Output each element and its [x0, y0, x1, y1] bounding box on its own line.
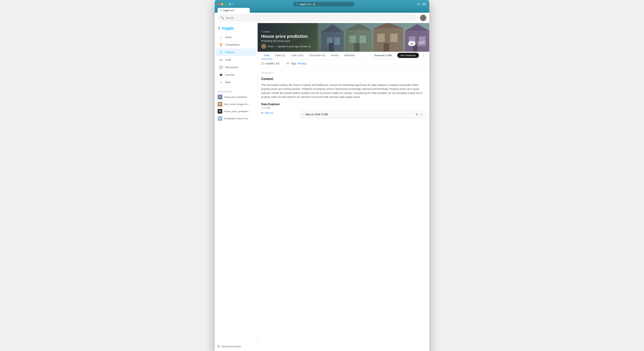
sidebar-item-code[interactable]: ◁▷ Code — [216, 56, 256, 64]
hamburger-icon[interactable]: ☰ — [218, 26, 220, 30]
more-options-button[interactable]: ⋮ — [421, 53, 426, 58]
tabs-bar: Data Tasks (1) Code (141) Discussion (5) — [258, 52, 429, 59]
recent-thumb-m: M — [218, 109, 222, 114]
usability-label: Usability — [265, 62, 274, 65]
file-list: ⊞ data.csv — [261, 111, 297, 118]
recent-item-skin-lesion-label: Skin Lesion Images for ... — [224, 103, 250, 106]
search-bar: 🔍 👤 — [215, 13, 429, 23]
minimize-button[interactable] — [221, 3, 223, 5]
view-events-label: View Active Events — [221, 345, 241, 348]
address-bar[interactable]: K kaggle.com 🔒 — [293, 2, 354, 7]
file-name: data.csv — [265, 111, 273, 114]
file-icon: ⊞ — [261, 111, 263, 114]
context-text: The real estate markets, like those in S… — [261, 83, 426, 99]
tabs-right: Download (3 MB) New Notebook ⋮ — [371, 53, 426, 58]
context-title: Context — [261, 77, 426, 81]
view-events-item[interactable]: ⧉ View Active Events — [215, 343, 258, 350]
avatar[interactable]: 👤 — [420, 15, 426, 21]
traffic-lights — [218, 3, 227, 5]
file-item-csv[interactable]: ⊞ data.csv — [261, 111, 297, 115]
sidebar-bottom: ⧉ View Active Events — [215, 341, 258, 351]
tab-discussion[interactable]: Discussion (5) — [306, 52, 328, 59]
data-explorer-size: 2.77 MB — [261, 107, 426, 109]
dataset-subtitle: Predicting the house price — [261, 40, 310, 42]
trophy-icon: 🏆 — [219, 43, 223, 47]
tags-label: Tags — [291, 62, 296, 65]
back-icon[interactable]: ‹ — [303, 113, 304, 116]
sidebar-item-more[interactable]: ‹› More — [216, 79, 256, 86]
datasets-icon: ⊞ — [219, 50, 223, 54]
file-preview-header: ‹ data.csv (526.79 kB) ⬇ ⤢ — [300, 111, 426, 118]
sidebar-item-datasets-label: Datasets — [225, 51, 235, 54]
author-avatar — [261, 44, 266, 49]
description-placeholder: Description — [261, 71, 426, 74]
new-notebook-button[interactable]: New Notebook — [397, 53, 419, 58]
browser-actions: ↑ ⊕ ••• — [414, 2, 426, 6]
recently-viewed-label: Recently Viewed — [215, 89, 258, 93]
home-icon: ⌂ — [219, 35, 223, 39]
dataset-type-label: ⊙ Dataset — [261, 31, 310, 33]
download-button[interactable]: Download (3 MB) — [371, 53, 395, 58]
courses-icon: 🎓 — [219, 73, 223, 77]
kaggle-favicon: K — [296, 3, 298, 6]
sidebar-item-competitions-label: Competitions — [225, 43, 240, 46]
vote-button[interactable]: ▲ — [408, 41, 416, 46]
recent-item-house-price-2[interactable]: M House_price_prediction — [215, 108, 258, 115]
chevron-icon: ‹› — [219, 80, 223, 84]
dataset-title: House price prediction — [261, 34, 310, 39]
upvote-icon: ▲ — [411, 42, 413, 45]
tab-favicon: K — [220, 9, 222, 12]
sidebar-item-competitions[interactable]: 🏆 Competitions — [216, 41, 256, 49]
lock-icon: 🔒 — [313, 3, 316, 6]
recent-item-house-price[interactable]: 🏠 House price prediction — [215, 93, 258, 101]
search-input[interactable] — [226, 17, 415, 19]
kaggle-logo: kaggle — [222, 26, 234, 31]
sidebar-item-home[interactable]: ⌂ Home — [216, 34, 256, 41]
tag-icon: 🏷 — [286, 62, 289, 65]
tab-metadata[interactable]: Metadata — [342, 52, 358, 59]
recent-thumb-house: 🏠 — [218, 95, 222, 99]
file-preview-name: ‹ data.csv (526.79 kB) — [303, 113, 328, 116]
search-icon: 🔍 — [221, 16, 224, 20]
tab-activity[interactable]: Activity — [328, 52, 342, 59]
tag-value[interactable]: housing — [298, 62, 306, 65]
chevron-down-icon[interactable]: ▾ — [232, 3, 233, 5]
main-content: ⊙ Dataset House price prediction Predict… — [258, 23, 429, 351]
discussions-icon: 💬 — [219, 65, 223, 69]
browser-menu-icon[interactable]: ••• — [422, 3, 426, 6]
sidebar-item-courses[interactable]: 🎓 Courses — [216, 71, 256, 79]
add-tab-icon[interactable]: ⊕ — [417, 2, 420, 6]
banner-text: ⊙ Dataset House price prediction Predict… — [261, 31, 310, 49]
tab-code[interactable]: Code (141) — [288, 52, 306, 59]
sidebar-toggle-icon[interactable]: ⊞ — [229, 3, 231, 6]
sidebar: ☰ kaggle ⌂ Home 🏆 Competitions ⊞ Dataset… — [215, 23, 258, 351]
active-tab[interactable]: K kaggle.com — [218, 8, 250, 13]
share-icon[interactable]: ↑ — [414, 3, 415, 6]
tags-item: 🏷 Tags housing — [286, 62, 306, 65]
url-text: kaggle.com — [299, 3, 311, 6]
sidebar-item-courses-label: Courses — [225, 73, 234, 76]
usability-value: 6.5 — [276, 62, 279, 65]
maximize-button[interactable] — [224, 3, 227, 5]
vote-count: 277 — [417, 41, 426, 46]
recent-item-skin-lesion[interactable]: 🖼 Skin Lesion Images for ... — [215, 101, 258, 108]
recent-item-amsterdam-label: Amsterdam House Pric... — [224, 117, 250, 120]
recent-item-amsterdam[interactable]: 🏘 Amsterdam House Pric... — [215, 115, 258, 122]
data-explorer-title: Data Explorer — [261, 103, 280, 106]
data-explorer-header: Data Explorer — [261, 103, 426, 106]
tab-tasks[interactable]: Tasks (1) — [272, 52, 288, 59]
sidebar-item-home-label: Home — [225, 36, 232, 39]
recent-item-house-price-2-label: House_price_prediction — [224, 110, 248, 113]
tab-data[interactable]: Data — [261, 52, 272, 59]
close-button[interactable] — [218, 3, 220, 5]
sidebar-item-datasets[interactable]: ⊞ Datasets — [216, 49, 256, 56]
tab-title: kaggle.com — [223, 9, 234, 12]
expand-icon[interactable]: ⤢ — [420, 113, 423, 116]
browser-controls: ⊞ ▾ — [229, 3, 233, 6]
sidebar-item-more-label: More — [225, 81, 231, 84]
sidebar-item-discussions[interactable]: 💬 Discussions — [216, 64, 256, 71]
data-explorer-layout: ⊞ data.csv ‹ data.csv (526.79 kB) — [261, 111, 426, 118]
download-file-icon[interactable]: ⬇ — [416, 113, 418, 116]
dataset-icon: ⊙ — [261, 31, 263, 33]
metadata-row: ⊡ Usability 6.5 🏷 Tags housing — [258, 59, 429, 68]
